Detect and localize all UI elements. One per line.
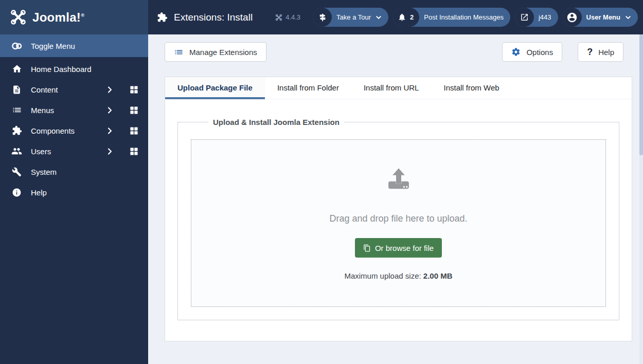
browse-for-file-label: Or browse for file: [375, 244, 434, 252]
joomla-logo-text: Joomla!®: [32, 10, 84, 25]
post-installation-messages-button[interactable]: 2 Post Installation Messages: [393, 8, 510, 27]
scrollbar-thumb[interactable]: [639, 34, 643, 155]
help-label: Help: [598, 48, 614, 57]
tab-install-from-web[interactable]: Install from Web: [431, 77, 511, 99]
signpost-icon: [313, 8, 332, 27]
sidebar-item-label: System: [31, 168, 138, 176]
scrollbar[interactable]: [639, 34, 643, 364]
sidebar: Joomla!® Toggle Menu Home Dashboard Cont…: [0, 0, 148, 364]
take-a-tour-button[interactable]: Take a Tour: [313, 8, 388, 27]
max-upload-size-label: Maximum upload size:: [344, 271, 421, 280]
sidebar-item-components[interactable]: Components: [0, 120, 148, 141]
max-upload-size-value: 2.00 MB: [423, 271, 453, 280]
take-a-tour-label: Take a Tour: [336, 13, 371, 21]
sidebar-item-home-dashboard[interactable]: Home Dashboard: [0, 59, 148, 79]
help-button[interactable]: ? Help: [578, 42, 623, 62]
notification-count: 2: [393, 8, 419, 27]
external-link-icon: [515, 8, 534, 27]
grid-icon[interactable]: [130, 147, 138, 156]
options-label: Options: [526, 48, 553, 57]
toolbar: Manage Extensions Options ? Help: [148, 34, 643, 62]
user-icon: [563, 8, 582, 27]
file-dropzone[interactable]: Drag and drop file here to upload. Or br…: [191, 139, 606, 307]
gear-icon: [511, 47, 521, 57]
upload-icon: [384, 166, 414, 193]
tab-upload-package-file[interactable]: Upload Package File: [165, 77, 265, 99]
sidebar-item-help[interactable]: Help: [0, 182, 148, 203]
sidebar-item-users[interactable]: Users: [0, 141, 148, 161]
wrench-icon: [11, 167, 22, 177]
header-actions: Take a Tour 2 Post Installation Messages…: [313, 8, 638, 27]
bell-icon: [398, 13, 406, 22]
sidebar-item-content[interactable]: Content: [0, 79, 148, 100]
chevron-right-icon: [106, 148, 114, 155]
upload-fieldset: Upload & Install Joomla Extension Drag a…: [177, 118, 619, 320]
home-icon: [11, 64, 22, 75]
sidebar-item-label: Menus: [31, 106, 97, 115]
toolbar-right-group: Options ? Help: [502, 42, 623, 62]
dropzone-text: Drag and drop file here to upload.: [329, 213, 467, 224]
joomla-version-icon: [275, 14, 282, 21]
version-text: 4.4.3: [285, 13, 300, 21]
toggle-menu-button[interactable]: Toggle Menu: [0, 34, 148, 57]
tab-install-from-folder[interactable]: Install from Folder: [265, 77, 351, 99]
joomla-logo: Joomla!®: [0, 0, 148, 34]
file-icon: [11, 84, 22, 95]
list-icon: [174, 47, 184, 57]
upload-legend: Upload & Install Joomla Extension: [208, 118, 344, 126]
chevron-right-icon: [106, 86, 114, 94]
browse-for-file-button[interactable]: Or browse for file: [355, 238, 442, 258]
sidebar-item-label: Components: [31, 126, 97, 135]
sidebar-item-label: Home Dashboard: [31, 65, 138, 74]
install-tabs: Upload Package File Install from Folder …: [165, 77, 632, 99]
grid-icon[interactable]: [130, 126, 138, 135]
joomla-version: 4.4.3: [275, 13, 300, 21]
tab-install-from-url[interactable]: Install from URL: [351, 77, 432, 99]
question-mark-icon: ?: [587, 47, 593, 58]
post-installation-messages-label: Post Installation Messages: [424, 13, 504, 21]
sidebar-item-label: Users: [31, 147, 97, 156]
user-menu-button[interactable]: User Menu: [563, 8, 638, 27]
puzzle-icon: [157, 12, 168, 23]
info-icon: [11, 187, 22, 198]
sidebar-item-system[interactable]: System: [0, 161, 148, 182]
chevron-down-icon: [376, 14, 382, 21]
page-title-text: Extensions: Install: [174, 12, 253, 23]
site-name-label: j443: [539, 13, 551, 21]
grid-icon[interactable]: [130, 85, 138, 94]
notification-badge: 2: [410, 13, 414, 21]
page-title: Extensions: Install: [157, 12, 253, 23]
toggle-menu-icon: [11, 41, 22, 51]
manage-extensions-button[interactable]: Manage Extensions: [165, 42, 266, 62]
sidebar-nav: Home Dashboard Content Menus: [0, 57, 148, 203]
max-upload-size: Maximum upload size: 2.00 MB: [344, 271, 452, 280]
trademark: ®: [81, 13, 84, 18]
site-preview-button[interactable]: j443: [515, 8, 558, 27]
users-icon: [11, 146, 22, 157]
manage-extensions-label: Manage Extensions: [189, 48, 257, 57]
install-card: Upload Package File Install from Folder …: [165, 77, 632, 341]
puzzle-icon: [11, 125, 22, 136]
sidebar-item-menus[interactable]: Menus: [0, 100, 148, 120]
options-button[interactable]: Options: [502, 42, 562, 62]
chevron-right-icon: [106, 127, 114, 135]
sidebar-item-label: Content: [31, 85, 97, 94]
toggle-menu-label: Toggle Menu: [31, 42, 137, 50]
joomla-logo-icon: [10, 9, 27, 26]
chevron-right-icon: [106, 106, 114, 114]
top-header-bar: Extensions: Install 4.4.3 Take a Tour: [148, 0, 643, 34]
user-menu-label: User Menu: [586, 13, 620, 21]
grid-icon[interactable]: [130, 106, 138, 115]
copy-icon: [363, 244, 371, 252]
chevron-down-icon: [625, 14, 631, 21]
sidebar-item-label: Help: [31, 188, 138, 197]
main-content: Manage Extensions Options ? Help Upload …: [148, 34, 643, 364]
list-icon: [11, 105, 22, 116]
